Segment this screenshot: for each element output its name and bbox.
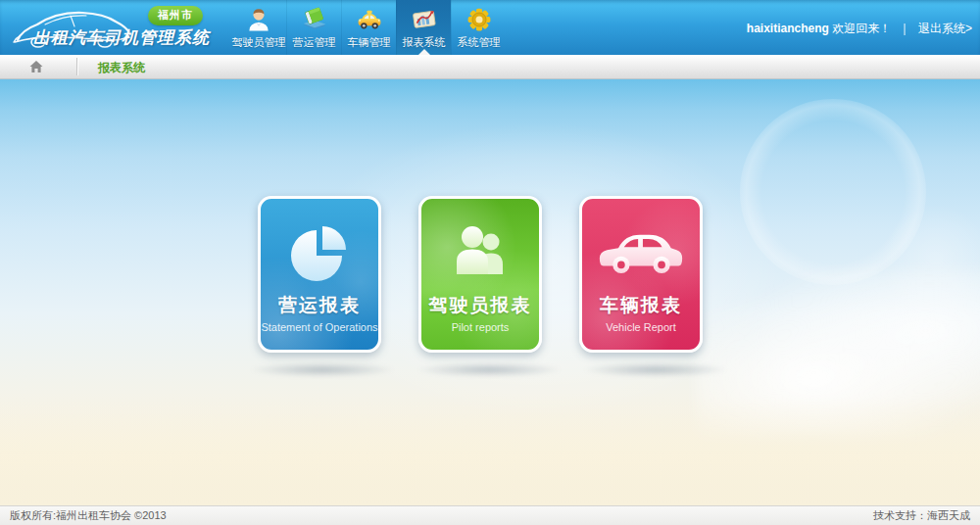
operations-books-icon — [301, 5, 328, 34]
report-cards: 营运报表 Statement of Operations — [258, 196, 703, 353]
breadcrumb-current-page: 报表系统 — [98, 60, 145, 76]
card-ground-shadow — [416, 362, 563, 377]
nav-item-driver-management[interactable]: 驾驶员管理 — [231, 0, 286, 55]
nav-label: 驾驶员管理 — [232, 35, 286, 50]
page: 福州市 出租汽车司机管理系统 驾驶员管理 — [0, 0, 980, 525]
nav-label: 系统管理 — [458, 35, 501, 50]
welcome-text: 欢迎回来！ — [832, 22, 891, 35]
card-title: 驾驶员报表 — [429, 293, 532, 318]
user-info: haixitiancheng 欢迎回来！ | 退出系统> — [747, 21, 972, 37]
driver-person-icon — [245, 5, 272, 34]
card-ground-shadow — [249, 362, 396, 377]
haze-decoration — [0, 398, 980, 505]
nav-item-system-management[interactable]: 系统管理 — [451, 0, 506, 55]
logout-link[interactable]: 退出系统> — [918, 22, 972, 35]
card-operations-report[interactable]: 营运报表 Statement of Operations — [258, 196, 381, 353]
nav-item-operations-management[interactable]: 营运管理 — [286, 0, 341, 55]
footer: 版权所有:福州出租车协会 ©2013 技术支持：海西天成 — [0, 505, 980, 525]
card-driver-report[interactable]: 驾驶员报表 Pilot reports — [418, 196, 542, 353]
breadcrumb: 报表系统 — [0, 55, 980, 79]
report-chart-icon — [410, 5, 439, 34]
card-title: 营运报表 — [278, 293, 361, 318]
header: 福州市 出租汽车司机管理系统 驾驶员管理 — [0, 0, 980, 55]
username: haixitiancheng — [747, 22, 829, 35]
pie-chart-icon — [288, 220, 351, 285]
card-ground-shadow — [582, 362, 729, 377]
nav-label: 车辆管理 — [348, 35, 391, 50]
logo: 福州市 出租汽车司机管理系统 — [0, 0, 231, 55]
gear-icon — [466, 5, 493, 34]
card-subtitle: Pilot reports — [452, 321, 510, 333]
main-content: 营运报表 Statement of Operations — [0, 79, 980, 505]
car-icon — [596, 220, 686, 285]
people-icon — [449, 220, 512, 285]
nav-item-vehicle-management[interactable]: 车辆管理 — [341, 0, 396, 55]
nav-item-report-system[interactable]: 报表系统 — [396, 0, 451, 55]
home-icon[interactable] — [28, 59, 44, 74]
user-separator: | — [904, 22, 906, 35]
nav-label: 报表系统 — [403, 35, 446, 50]
card-subtitle: Vehicle Report — [606, 321, 676, 333]
system-title: 出租汽车司机管理系统 — [33, 26, 210, 49]
taxi-icon — [355, 5, 384, 34]
main-nav: 驾驶员管理 营运管理 — [231, 0, 506, 55]
city-badge: 福州市 — [148, 6, 203, 25]
footer-support: 技术支持：海西天成 — [873, 506, 970, 525]
card-vehicle-report[interactable]: 车辆报表 Vehicle Report — [579, 196, 703, 353]
breadcrumb-divider — [76, 58, 77, 75]
footer-copyright: 版权所有:福州出租车协会 ©2013 — [10, 506, 167, 525]
card-subtitle: Statement of Operations — [261, 321, 377, 333]
nav-label: 营运管理 — [293, 35, 336, 50]
card-title: 车辆报表 — [600, 293, 682, 318]
